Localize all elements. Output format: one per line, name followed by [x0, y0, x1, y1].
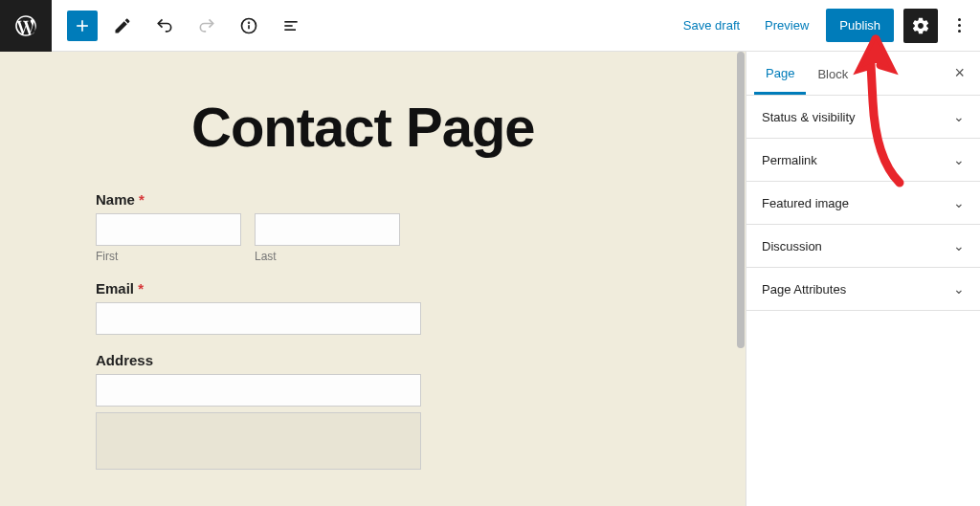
- top-right-actions: Save draft Preview Publish: [676, 9, 980, 43]
- add-block-button[interactable]: [67, 11, 98, 41]
- last-sublabel: Last: [255, 250, 400, 263]
- publish-button[interactable]: Publish: [826, 9, 894, 42]
- name-label-text: Name: [96, 191, 135, 208]
- more-options-button[interactable]: [947, 18, 970, 33]
- required-mark: *: [139, 191, 145, 208]
- save-draft-button[interactable]: Save draft: [676, 12, 747, 38]
- email-label: Email *: [96, 280, 526, 297]
- undo-icon[interactable]: [147, 9, 182, 43]
- panel-page-attributes[interactable]: Page Attributes ⌄: [746, 268, 980, 311]
- edit-icon[interactable]: [105, 9, 140, 43]
- chevron-down-icon: ⌄: [953, 238, 965, 253]
- chevron-down-icon: ⌄: [953, 109, 965, 124]
- email-label-text: Email: [96, 280, 134, 297]
- editor-top-bar: Save draft Preview Publish: [0, 0, 980, 52]
- canvas-scrollbar[interactable]: [736, 52, 746, 506]
- sidebar-tabs: Page Block ×: [746, 52, 980, 96]
- address-line1-input[interactable]: [96, 374, 421, 407]
- settings-sidebar: Page Block × Status & visibility ⌄ Perma…: [746, 52, 980, 506]
- contact-form-block: Name * First Last Email *: [96, 191, 526, 470]
- tab-block[interactable]: Block: [806, 54, 859, 93]
- email-field-group: Email *: [96, 280, 526, 335]
- svg-point-4: [249, 22, 250, 23]
- main-area: Contact Page Name * First Last: [0, 52, 980, 506]
- page-title[interactable]: Contact Page: [191, 95, 650, 159]
- panel-permalink[interactable]: Permalink ⌄: [746, 139, 980, 182]
- panel-label: Status & visibility: [762, 110, 856, 124]
- required-mark: *: [138, 280, 144, 297]
- address-line2-input[interactable]: [96, 412, 421, 470]
- panel-label: Featured image: [762, 196, 849, 210]
- first-sublabel: First: [96, 250, 241, 263]
- outline-icon[interactable]: [274, 9, 308, 43]
- wordpress-logo[interactable]: [0, 0, 52, 52]
- panel-discussion[interactable]: Discussion ⌄: [746, 225, 980, 268]
- gear-icon: [911, 16, 930, 35]
- top-left-tools: [0, 0, 308, 52]
- address-field-group: Address: [96, 352, 526, 470]
- panel-label: Permalink: [762, 153, 817, 167]
- email-input[interactable]: [96, 302, 421, 335]
- first-name-input[interactable]: [96, 213, 241, 246]
- info-icon[interactable]: [232, 9, 266, 43]
- settings-button[interactable]: [903, 9, 938, 43]
- chevron-down-icon: ⌄: [953, 152, 965, 167]
- panel-label: Page Attributes: [762, 282, 846, 297]
- last-name-input[interactable]: [255, 213, 400, 246]
- address-label: Address: [96, 352, 526, 368]
- chevron-down-icon: ⌄: [953, 195, 965, 210]
- tab-page[interactable]: Page: [754, 53, 806, 95]
- redo-icon[interactable]: [189, 9, 224, 43]
- editor-canvas[interactable]: Contact Page Name * First Last: [0, 52, 746, 506]
- name-label: Name *: [96, 191, 526, 208]
- close-sidebar-button[interactable]: ×: [947, 59, 972, 87]
- panel-label: Discussion: [762, 239, 822, 253]
- panel-status-visibility[interactable]: Status & visibility ⌄: [746, 96, 980, 139]
- scroll-thumb[interactable]: [737, 52, 745, 348]
- chevron-down-icon: ⌄: [953, 281, 965, 297]
- name-field-group: Name * First Last: [96, 191, 526, 263]
- panel-featured-image[interactable]: Featured image ⌄: [746, 182, 980, 225]
- preview-button[interactable]: Preview: [757, 12, 816, 38]
